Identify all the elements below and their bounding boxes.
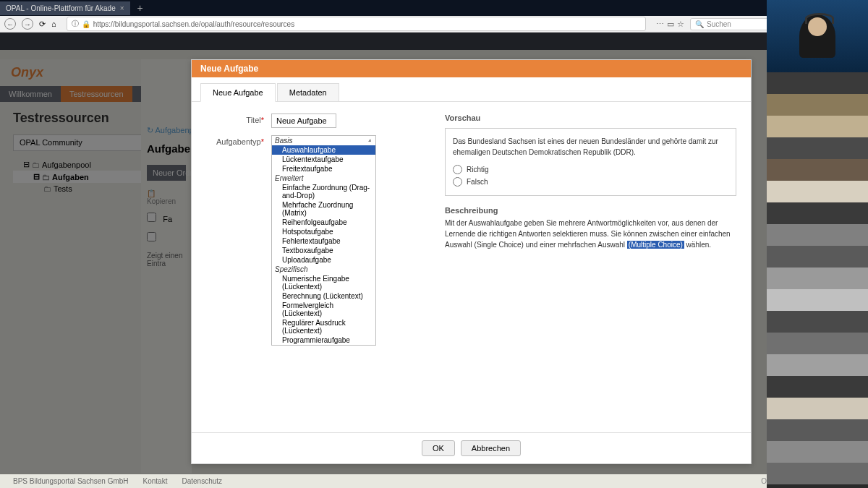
description-header: Beschreibung xyxy=(445,206,736,215)
listbox-option[interactable]: Auswahlaufgabe xyxy=(272,145,375,155)
modal-footer: OK Abbrechen xyxy=(192,432,751,463)
listbox-option[interactable]: Programmieraufgabe xyxy=(272,335,375,345)
cancel-button[interactable]: Abbrechen xyxy=(461,440,521,456)
menu-dots-icon[interactable]: ⋯ xyxy=(656,20,664,29)
forward-button[interactable]: → xyxy=(22,18,33,30)
browser-toolbar: ← → ⟳ ⌂ ⓘ 🔒 https://bildungsportal.sachs… xyxy=(0,16,868,33)
browser-tab[interactable]: OPAL - Online-Plattform für Akade × xyxy=(0,1,130,15)
listbox-option[interactable]: Regulärer Ausdruck (Lückentext) xyxy=(272,318,375,335)
preview-question: Das Bundesland Sachsen ist eines der neu… xyxy=(453,136,728,158)
listbox-option[interactable]: Textboxaufgabe xyxy=(272,246,375,255)
footer-privacy[interactable]: Datenschutz xyxy=(182,477,222,485)
back-button[interactable]: ← xyxy=(4,18,16,30)
title-label: Titel* xyxy=(206,114,271,128)
listbox-option[interactable]: Mehrfache Zuordnung (Matrix) xyxy=(272,200,375,218)
webcam-feed xyxy=(767,0,868,72)
type-label: Aufgabentyp* xyxy=(206,135,271,346)
preview-option-1[interactable]: Richtig xyxy=(453,163,728,176)
task-type-listbox[interactable]: Basis▴AuswahlaufgabeLückentextaufgabeFre… xyxy=(271,135,376,346)
listbox-option[interactable]: Formelvergleich (Lückentext) xyxy=(272,301,375,318)
footer-contact[interactable]: Kontakt xyxy=(143,477,168,485)
url-text: https://bildungsportal.sachsen.de/opal/a… xyxy=(93,20,295,28)
listbox-option[interactable]: Hotspotaufgabe xyxy=(272,227,375,236)
search-placeholder: Suchen xyxy=(707,20,731,28)
reload-icon[interactable]: ⟳ xyxy=(39,20,46,29)
tab-metadata[interactable]: Metadaten xyxy=(277,83,339,101)
ok-button[interactable]: OK xyxy=(422,440,455,456)
listbox-option[interactable]: Fehlertextaufgabe xyxy=(272,236,375,246)
home-icon[interactable]: ⌂ xyxy=(51,20,56,28)
reader-icon[interactable]: ▭ xyxy=(667,20,674,29)
footer-company[interactable]: BPS Bildungsportal Sachsen GmbH xyxy=(13,477,129,485)
highlight-text: (Multiple Choice) xyxy=(627,241,684,249)
close-icon[interactable]: × xyxy=(120,4,124,12)
new-task-modal: Neue Aufgabe Neue Aufgabe Metadaten Tite… xyxy=(191,59,752,464)
radio-falsch[interactable] xyxy=(453,177,462,187)
url-bar[interactable]: ⓘ 🔒 https://bildungsportal.sachsen.de/op… xyxy=(67,17,646,31)
lock-icon: 🔒 xyxy=(82,20,90,28)
footer: BPS Bildungsportal Sachsen GmbH Kontakt … xyxy=(0,474,767,488)
listbox-option[interactable]: Uploadaufgabe xyxy=(272,255,375,265)
title-input[interactable] xyxy=(271,114,336,128)
right-sidebar xyxy=(767,0,868,488)
listbox-option[interactable]: Berechnung (Lückentext) xyxy=(272,291,375,301)
listbox-group-header: Erweitert xyxy=(272,174,375,183)
star-icon[interactable]: ☆ xyxy=(677,20,684,29)
tab-title: OPAL - Online-Plattform für Akade xyxy=(6,4,116,12)
listbox-option[interactable]: Numerische Eingabe (Lückentext) xyxy=(272,274,375,291)
new-tab-button[interactable]: + xyxy=(130,2,150,14)
description-text: Mit der Auswahlaufgabe geben Sie mehrere… xyxy=(445,218,736,250)
info-icon: ⓘ xyxy=(72,19,79,29)
listbox-option[interactable]: Reihenfolgeaufgabe xyxy=(272,218,375,227)
browser-tab-strip: OPAL - Online-Plattform für Akade × + xyxy=(0,0,868,16)
preview-option-2[interactable]: Falsch xyxy=(453,176,728,188)
listbox-option[interactable]: Einfache Zuordnung (Drag-and-Drop) xyxy=(272,183,375,200)
search-icon: 🔍 xyxy=(695,20,704,28)
preview-box: Das Bundesland Sachsen ist eines der neu… xyxy=(445,128,736,196)
modal-tabs: Neue Aufgabe Metadaten xyxy=(192,77,751,102)
modal-title: Neue Aufgabe xyxy=(192,60,751,77)
listbox-group-header: Spezifisch xyxy=(272,265,375,274)
listbox-option[interactable]: Freitextaufgabe xyxy=(272,164,375,174)
listbox-option[interactable]: Lückentextaufgabe xyxy=(272,155,375,164)
preview-column: Vorschau Das Bundesland Sachsen ist eine… xyxy=(445,114,736,353)
listbox-group-header: Basis▴ xyxy=(272,136,375,145)
preview-header: Vorschau xyxy=(445,114,736,122)
radio-richtig[interactable] xyxy=(453,165,462,174)
tab-new-task[interactable]: Neue Aufgabe xyxy=(200,83,276,102)
form-column: Titel* Aufgabentyp* Basis▴Auswahlaufgabe… xyxy=(206,114,430,353)
